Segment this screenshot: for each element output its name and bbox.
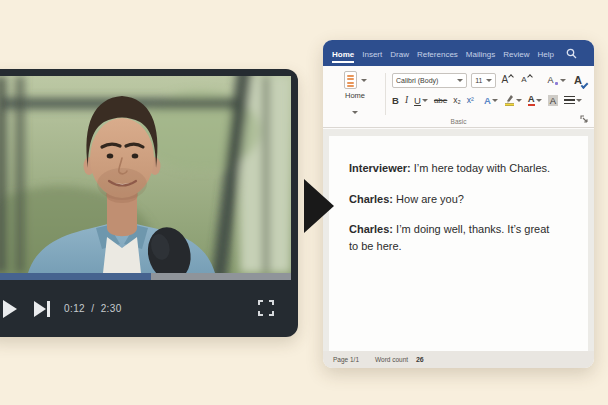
- change-case-button[interactable]: A: [546, 73, 569, 87]
- transcript-paragraph: Charles: How are you?: [349, 191, 555, 208]
- tab-help[interactable]: Help: [537, 44, 553, 63]
- video-progress-bar[interactable]: [0, 273, 291, 280]
- time-display: 0:12 / 2:30: [64, 303, 125, 314]
- ribbon-divider: [385, 73, 386, 115]
- superscript-button[interactable]: x²: [467, 95, 474, 105]
- font-name-value: Calibri (Body): [396, 77, 438, 84]
- search-icon[interactable]: [566, 48, 577, 59]
- video-controls-bar: 0:12 / 2:30: [0, 280, 291, 337]
- skip-next-button[interactable]: [34, 299, 54, 319]
- chevron-down-icon: [422, 99, 428, 102]
- font-size-value: 11: [475, 77, 482, 84]
- fullscreen-button[interactable]: [258, 300, 274, 316]
- underline-button[interactable]: U: [414, 95, 428, 106]
- dialog-launcher-icon[interactable]: [580, 115, 588, 123]
- shading-button[interactable]: A: [548, 95, 558, 106]
- font-row: Calibri (Body) 11 A A A A: [392, 72, 588, 88]
- transcript-paragraph: Charles: I’m doing well, thanks. It’s gr…: [349, 221, 555, 254]
- chevron-down-icon: [352, 111, 358, 114]
- speaker-label: Charles:: [349, 193, 393, 205]
- chevron-down-icon: [560, 79, 566, 82]
- ribbon-tab-bar: Home Insert Draw References Mailings Rev…: [323, 40, 594, 66]
- tab-review[interactable]: Review: [503, 44, 529, 63]
- transcript-paragraph: Interviewer: I’m here today with Charles…: [349, 160, 555, 177]
- time-current: 0:12: [64, 303, 85, 314]
- chevron-down-icon: [486, 79, 492, 82]
- video-to-document-arrow: [304, 179, 334, 233]
- italic-button[interactable]: I: [405, 95, 408, 105]
- tab-draw[interactable]: Draw: [390, 44, 409, 63]
- chevron-down-icon: [361, 79, 367, 82]
- subscript-button[interactable]: x₂: [453, 95, 461, 105]
- home-group-button[interactable]: Home: [331, 71, 379, 118]
- format-row: B I U abe x₂ x² A: [392, 92, 588, 108]
- document-page[interactable]: Interviewer: I’m here today with Charles…: [329, 136, 588, 351]
- ribbon: Home Calibri (Body) 11 A A A: [323, 66, 594, 128]
- strikethrough-button[interactable]: abe: [434, 96, 447, 105]
- highlight-color-button[interactable]: [504, 94, 522, 106]
- chevron-down-icon: [576, 99, 582, 102]
- speaker-label: Interviewer:: [349, 162, 411, 174]
- text-effects-button[interactable]: A: [484, 95, 498, 106]
- font-name-select[interactable]: Calibri (Body): [392, 73, 467, 88]
- chevron-down-icon: [516, 99, 522, 102]
- font-size-select[interactable]: 11: [471, 73, 495, 88]
- font-color-button[interactable]: A: [528, 94, 542, 106]
- play-button[interactable]: [3, 299, 21, 319]
- word-count-label: Word count: [375, 356, 408, 363]
- word-count-value: 26: [416, 356, 424, 363]
- tab-insert[interactable]: Insert: [362, 44, 382, 63]
- word-count: Word count 26: [375, 356, 424, 363]
- video-frame-image: [0, 76, 291, 273]
- align-lines-icon: [564, 94, 575, 107]
- chevron-down-icon: [492, 99, 498, 102]
- grow-font-button[interactable]: A: [500, 73, 516, 87]
- time-total: 2:30: [101, 303, 122, 314]
- time-separator: /: [91, 303, 94, 314]
- status-bar: Page 1/1 Word count 26: [323, 351, 594, 368]
- page-indicator: Page 1/1: [333, 356, 359, 363]
- ribbon-group-label: Basic: [323, 118, 594, 125]
- tab-mailings[interactable]: Mailings: [466, 44, 495, 63]
- chevron-down-icon: [457, 79, 463, 82]
- bold-button[interactable]: B: [392, 95, 399, 106]
- fullscreen-icon: [258, 300, 274, 316]
- speech-text: How are you?: [396, 193, 464, 205]
- paste-clipboard-icon: [344, 71, 357, 89]
- home-group-label: Home: [331, 91, 379, 100]
- chevron-down-icon: [536, 99, 542, 102]
- play-icon: [3, 300, 17, 318]
- tab-references[interactable]: References: [417, 44, 458, 63]
- alignment-button[interactable]: [564, 94, 582, 107]
- speaker-label: Charles:: [349, 223, 393, 235]
- skip-next-icon: [34, 301, 46, 317]
- progress-fill: [0, 273, 151, 280]
- tab-home[interactable]: Home: [332, 44, 354, 63]
- video-player: 0:12 / 2:30: [0, 69, 298, 337]
- case-accent-dot: [555, 82, 559, 86]
- interview-video-still: [0, 76, 291, 273]
- document-area: Interviewer: I’m here today with Charles…: [323, 129, 594, 351]
- word-window: Home Insert Draw References Mailings Rev…: [323, 40, 594, 368]
- editor-button[interactable]: A: [572, 73, 584, 87]
- speech-text: I’m here today with Charles.: [414, 162, 550, 174]
- shrink-font-button[interactable]: A: [519, 73, 533, 87]
- highlighter-pen-icon: [504, 94, 515, 106]
